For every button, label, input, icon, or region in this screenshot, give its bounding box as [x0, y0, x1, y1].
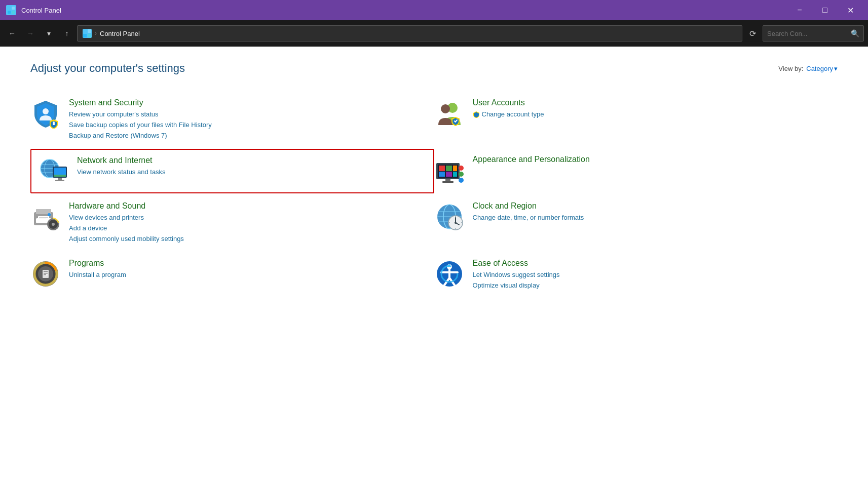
category-programs[interactable]: Programs Uninstall a program [30, 252, 434, 298]
up-button[interactable]: ↑ [59, 25, 75, 42]
address-text: Control Panel [100, 30, 140, 37]
svg-rect-2 [8, 11, 11, 14]
back-button[interactable]: ← [4, 25, 20, 42]
system-security-title[interactable]: System and Security [69, 98, 212, 107]
programs-title[interactable]: Programs [69, 259, 126, 268]
network-internet-icon [39, 156, 69, 186]
category-clock-region[interactable]: Clock and Region Change date, time, or n… [434, 194, 838, 251]
page-header: Adjust your computer's settings View by:… [30, 62, 838, 75]
ease-of-access-text: Ease of Access Let Windows suggest setti… [473, 259, 560, 291]
svg-rect-0 [8, 7, 11, 10]
appearance-title[interactable]: Appearance and Personalization [473, 155, 590, 164]
category-appearance[interactable]: Appearance and Personalization [434, 148, 838, 194]
hardware-sound-title[interactable]: Hardware and Sound [69, 201, 184, 211]
network-internet-text: Network and Internet View network status… [77, 156, 166, 178]
svg-rect-33 [442, 181, 454, 183]
hardware-sound-link-2[interactable]: Add a device [69, 223, 184, 234]
minimize-button[interactable]: − [788, 2, 811, 18]
svg-point-8 [43, 108, 49, 114]
svg-rect-26 [439, 166, 445, 171]
svg-rect-4 [83, 29, 87, 33]
viewby-arrow-icon: ▾ [834, 65, 838, 72]
svg-rect-42 [39, 219, 46, 219]
svg-rect-67 [44, 273, 48, 274]
svg-rect-6 [83, 34, 87, 37]
svg-point-35 [459, 172, 464, 177]
refresh-button[interactable]: ⟳ [744, 25, 761, 42]
system-security-link-2[interactable]: Save backup copies of your files with Fi… [69, 120, 212, 131]
category-network-internet[interactable]: Network and Internet View network status… [30, 149, 434, 193]
svg-point-36 [459, 178, 464, 183]
network-internet-link-1[interactable]: View network status and tasks [77, 167, 166, 178]
title-bar: Control Panel − □ ✕ [0, 0, 868, 20]
svg-rect-31 [453, 172, 457, 177]
window-controls: − □ ✕ [788, 2, 862, 18]
search-box[interactable]: Search Con... 🔍 [763, 25, 864, 42]
category-ease-of-access[interactable]: Ease of Access Let Windows suggest setti… [434, 252, 838, 298]
svg-rect-29 [439, 172, 445, 177]
svg-rect-66 [44, 271, 48, 272]
category-user-accounts[interactable]: User Accounts Change account type [434, 91, 838, 148]
address-box[interactable]: › Control Panel [77, 25, 742, 42]
category-system-security[interactable]: System and Security Review your computer… [30, 91, 434, 148]
search-icon[interactable]: 🔍 [851, 29, 859, 37]
programs-text: Programs Uninstall a program [69, 259, 126, 280]
clock-region-link-1[interactable]: Change date, time, or number formats [473, 213, 584, 223]
ease-of-access-title[interactable]: Ease of Access [473, 259, 560, 268]
hardware-sound-link-1[interactable]: View devices and printers [69, 213, 184, 223]
svg-point-55 [455, 222, 457, 224]
svg-rect-22 [55, 180, 64, 181]
window-title: Control Panel [21, 7, 783, 14]
svg-rect-40 [38, 216, 49, 220]
network-internet-title[interactable]: Network and Internet [77, 156, 166, 165]
svg-rect-30 [446, 172, 452, 177]
svg-point-46 [52, 223, 55, 226]
svg-point-10 [53, 122, 55, 124]
user-accounts-text: User Accounts Change account type [473, 98, 544, 120]
viewby-label: View by: [778, 65, 803, 72]
address-icon [83, 29, 92, 38]
search-placeholder: Search Con... [767, 30, 848, 37]
close-button[interactable]: ✕ [839, 2, 862, 18]
viewby-dropdown[interactable]: Category ▾ [806, 65, 838, 72]
system-security-text: System and Security Review your computer… [69, 98, 212, 141]
user-accounts-link-1[interactable]: Change account type [473, 109, 544, 120]
svg-rect-7 [88, 34, 91, 37]
forward-button[interactable]: → [22, 25, 39, 42]
user-accounts-title[interactable]: User Accounts [473, 98, 544, 107]
svg-point-34 [459, 166, 464, 171]
appearance-text: Appearance and Personalization [473, 155, 590, 166]
svg-rect-65 [43, 270, 49, 278]
svg-rect-41 [39, 217, 48, 218]
hardware-sound-text: Hardware and Sound View devices and prin… [69, 201, 184, 244]
maximize-button[interactable]: □ [813, 2, 837, 18]
app-icon [6, 5, 16, 15]
category-hardware-sound[interactable]: Hardware and Sound View devices and prin… [30, 194, 434, 251]
clock-region-text: Clock and Region Change date, time, or n… [473, 201, 584, 223]
svg-rect-23 [54, 175, 66, 177]
hardware-sound-icon [30, 201, 61, 232]
appearance-icon [434, 155, 465, 185]
svg-rect-5 [88, 29, 91, 33]
svg-rect-27 [446, 166, 452, 171]
ease-of-access-link-1[interactable]: Let Windows suggest settings [473, 270, 560, 280]
programs-icon [30, 259, 61, 289]
svg-point-43 [48, 213, 51, 216]
svg-rect-1 [12, 7, 15, 10]
system-security-link-1[interactable]: Review your computer's status [69, 109, 212, 120]
main-content: Adjust your computer's settings View by:… [0, 47, 868, 486]
clock-region-title[interactable]: Clock and Region [473, 201, 584, 211]
programs-link-1[interactable]: Uninstall a program [69, 270, 126, 280]
user-accounts-icon [434, 98, 465, 129]
ease-of-access-icon [434, 259, 465, 289]
svg-rect-68 [44, 274, 46, 275]
svg-rect-3 [12, 11, 15, 14]
system-security-link-3[interactable]: Backup and Restore (Windows 7) [69, 131, 212, 141]
dropdown-button[interactable]: ▾ [41, 25, 57, 42]
hardware-sound-link-3[interactable]: Adjust commonly used mobility settings [69, 234, 184, 245]
categories-grid: System and Security Review your computer… [30, 91, 838, 298]
ease-of-access-link-2[interactable]: Optimize visual display [473, 280, 560, 291]
clock-region-icon [434, 201, 465, 232]
system-security-icon [30, 98, 61, 129]
svg-point-12 [441, 104, 450, 113]
